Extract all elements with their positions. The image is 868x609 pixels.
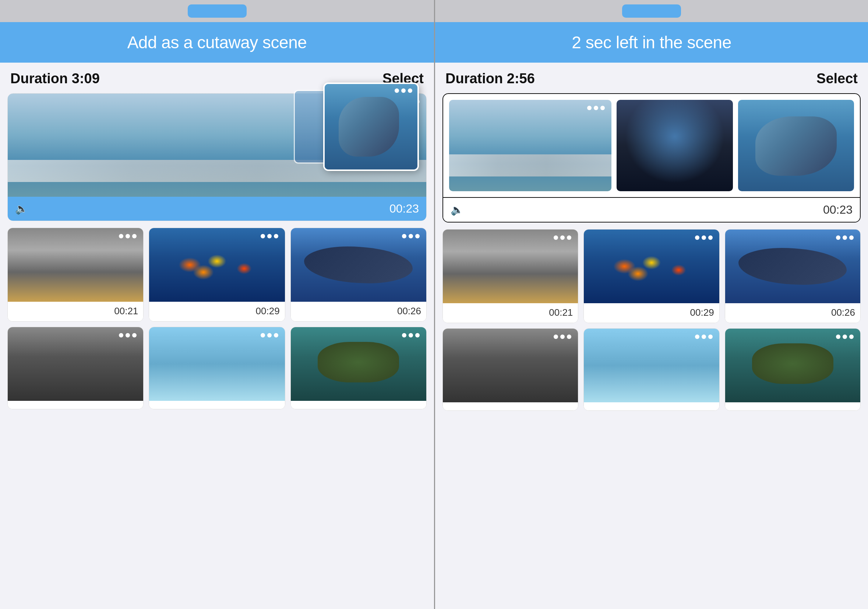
left-featured-clip[interactable]: 🔈 00:23	[7, 93, 427, 221]
left-grid-item-4[interactable]	[149, 327, 285, 409]
right-grid-time-1: 00:29	[584, 303, 719, 323]
left-duration: Duration 3:09	[10, 71, 100, 87]
right-top-bar	[435, 0, 868, 22]
right-featured-clip[interactable]: 🔈 00:23	[442, 93, 861, 222]
right-grid-row2	[442, 328, 861, 411]
right-speaker-icon: 🔈	[451, 204, 463, 216]
left-top-bar-button[interactable]	[188, 5, 246, 18]
right-thumb-4	[584, 329, 719, 402]
left-grid-time-2: 00:26	[291, 302, 426, 321]
left-thumb-5	[291, 327, 426, 401]
left-speaker-icon: 🔈	[15, 203, 28, 215]
floating-dots	[395, 89, 412, 93]
right-grid-time-5	[725, 402, 860, 410]
right-main-thumb	[449, 100, 611, 191]
right-thumb-1	[584, 230, 719, 303]
rg1-dots	[695, 235, 713, 240]
right-grid-time-0: 00:21	[443, 303, 578, 323]
left-thumb-4	[149, 327, 285, 401]
right-grid-item-2[interactable]: 00:26	[725, 229, 861, 323]
right-grid-item-0[interactable]: 00:21	[442, 229, 578, 323]
left-grid-time-0: 00:21	[8, 302, 143, 321]
right-featured-footer: 🔈 00:23	[443, 197, 860, 222]
left-grid-time-1: 00:29	[149, 302, 285, 321]
right-whale-shape	[738, 248, 847, 285]
left-header-banner: Add as a cutaway scene	[0, 22, 434, 63]
right-thumb-dolphin	[738, 100, 854, 191]
g3-dots	[119, 333, 136, 337]
left-grid-time-3	[8, 401, 143, 409]
rg0-dots	[553, 235, 571, 240]
right-main-dots	[587, 106, 605, 110]
right-grid-item-3[interactable]	[442, 328, 578, 411]
right-grid-item-4[interactable]	[583, 328, 719, 411]
fdot2	[401, 89, 406, 93]
turtle-shape	[318, 342, 399, 382]
fdot3	[408, 89, 412, 93]
left-grid-time-4	[149, 401, 285, 409]
fish-colors	[149, 228, 285, 302]
whale-shape	[304, 247, 413, 283]
right-top-bar-button[interactable]	[622, 5, 681, 18]
fdot1	[395, 89, 399, 93]
right-duration: Duration 2:56	[445, 71, 535, 87]
g1-dots	[260, 234, 278, 238]
left-featured-time: 00:23	[389, 202, 419, 216]
left-grid-row1: 00:21 00:29	[7, 228, 427, 322]
left-grid-row2	[7, 327, 427, 409]
left-grid-item-3[interactable]	[7, 327, 144, 409]
left-thumb-3	[8, 327, 143, 401]
left-floating-inner	[325, 84, 417, 169]
right-select-button[interactable]: Select	[817, 71, 858, 87]
right-header-banner: 2 sec left in the scene	[435, 22, 868, 63]
left-grid-item-0[interactable]: 00:21	[7, 228, 144, 322]
left-thumb-0	[8, 228, 143, 302]
left-grid-time-5	[291, 401, 426, 409]
right-grid-time-4	[584, 402, 719, 410]
g2-dots	[402, 234, 420, 238]
left-featured-footer: 🔈 00:23	[8, 197, 426, 221]
right-thumb-0	[443, 230, 578, 303]
right-grid-item-5[interactable]	[725, 328, 861, 411]
left-grid-item-1[interactable]: 00:29	[149, 228, 285, 322]
rg4-dots	[695, 334, 713, 339]
left-floating-card[interactable]	[323, 82, 419, 171]
right-thumb-5	[725, 329, 860, 402]
rg5-dots	[836, 334, 854, 339]
left-grid-item-5[interactable]	[290, 327, 427, 409]
right-dolphin-shape	[755, 117, 837, 176]
left-grid-item-2[interactable]: 00:26	[290, 228, 427, 322]
right-thumb-2	[725, 230, 860, 303]
right-thumb-3	[443, 329, 578, 402]
right-turtle-shape	[752, 343, 833, 384]
g4-dots	[260, 333, 278, 337]
right-header-title: 2 sec left in the scene	[442, 33, 861, 52]
g5-dots	[402, 333, 420, 337]
right-thumb-dark	[617, 100, 733, 191]
left-thumb-2	[291, 228, 426, 302]
g0-dots	[119, 234, 136, 238]
left-thumb-1	[149, 228, 285, 302]
right-duration-row: Duration 2:56 Select	[435, 63, 868, 93]
dolphin-shape	[339, 97, 399, 157]
right-featured-time: 00:23	[823, 203, 852, 217]
right-panel: 2 sec left in the scene Duration 2:56 Se…	[434, 0, 868, 609]
left-top-bar	[0, 0, 434, 22]
left-grid-section: 00:21 00:29	[0, 228, 434, 609]
right-grid-item-1[interactable]: 00:29	[583, 229, 719, 323]
right-fish-colors	[584, 230, 719, 303]
right-featured-main	[443, 94, 860, 197]
right-grid-time-2: 00:26	[725, 303, 860, 323]
right-grid-section: 00:21 00:29	[435, 229, 868, 609]
rg3-dots	[553, 334, 571, 339]
right-grid-row1: 00:21 00:29	[442, 229, 861, 323]
rg2-dots	[836, 235, 854, 240]
left-panel: Add as a cutaway scene Duration 3:09 Sel…	[0, 0, 434, 609]
right-grid-time-3	[443, 402, 578, 410]
left-header-title: Add as a cutaway scene	[7, 33, 427, 52]
